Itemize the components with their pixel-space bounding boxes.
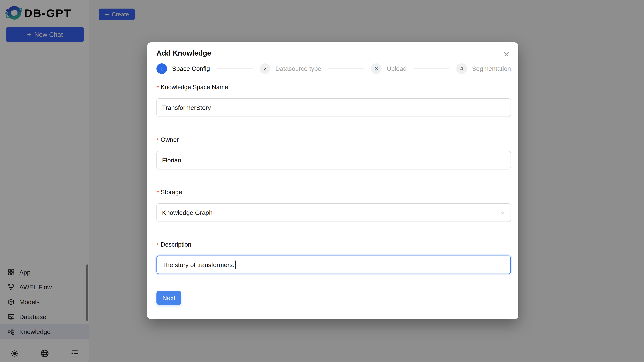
chevron-down-icon: [500, 210, 505, 215]
storage-select-value: Knowledge Graph: [162, 209, 212, 216]
step-connector: [217, 68, 252, 69]
owner-input[interactable]: [156, 151, 511, 169]
storage-select[interactable]: Knowledge Graph: [156, 203, 511, 222]
description-input[interactable]: The story of transformers.: [156, 256, 511, 274]
storage-label: * Storage: [156, 189, 182, 196]
add-knowledge-modal: Add Knowledge 1 Space Config 2 Datasourc…: [147, 42, 518, 319]
knowledge-space-name-input[interactable]: [156, 98, 511, 117]
step-1-circle: 1: [156, 63, 167, 74]
close-icon[interactable]: [502, 50, 510, 58]
step-connector: [328, 68, 364, 69]
owner-label: * Owner: [156, 136, 179, 143]
app-root: DB-GPT + New Chat App AWEL Flow: [0, 0, 644, 362]
required-asterisk: *: [156, 84, 159, 91]
step-1-label: Space Config: [172, 65, 210, 72]
step-4-circle: 4: [456, 63, 467, 74]
step-2-label: Datasource type: [275, 65, 321, 72]
required-asterisk: *: [156, 242, 159, 249]
step-connector: [414, 68, 449, 69]
required-asterisk: *: [156, 137, 159, 144]
text-cursor: [235, 261, 236, 269]
knowledge-space-name-label: * Knowledge Space Name: [156, 84, 228, 91]
description-label: * Description: [156, 241, 191, 248]
required-asterisk: *: [156, 189, 159, 197]
step-2-circle: 2: [260, 63, 270, 74]
step-4-label: Segmentation: [472, 65, 511, 72]
steps-bar: 1 Space Config 2 Datasource type 3 Uploa…: [156, 63, 511, 74]
step-3-circle: 3: [371, 63, 382, 74]
step-3-label: Upload: [386, 65, 407, 72]
next-button[interactable]: Next: [156, 291, 181, 305]
description-input-value: The story of transformers.: [162, 261, 234, 269]
modal-title: Add Knowledge: [156, 49, 211, 57]
